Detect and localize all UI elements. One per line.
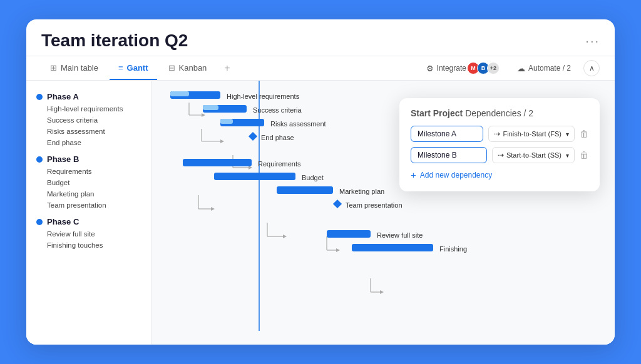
gantt-bar-ra-light	[220, 119, 233, 124]
task-marketing-plan: Marketing plan	[26, 188, 151, 200]
dep-row-2: Milestone B ⇢ Start-to-Start (SS) ▾ 🗑	[411, 147, 588, 163]
phase-b-header: Phase B	[26, 151, 151, 166]
gantt-container: Phase A High-level requirements Success …	[26, 81, 615, 345]
bar-finishing: Finishing	[151, 241, 615, 255]
gantt-label-budget: Budget	[302, 174, 324, 181]
task-finishing-touches: Finishing touches	[26, 240, 151, 251]
chart-area: High-level requirements Success criteria…	[151, 81, 615, 345]
gantt-label-finishing: Finishing	[439, 245, 467, 253]
gantt-label-marketing: Marketing plan	[339, 188, 384, 195]
gantt-bar-hl-light	[170, 91, 189, 96]
phase-c-header: Phase C	[26, 213, 151, 228]
task-requirements: Requirements	[26, 166, 151, 177]
task-budget: Budget	[26, 177, 151, 188]
dep-milestone-b[interactable]: Milestone B	[411, 147, 487, 163]
chevron-up-icon: ∧	[589, 64, 595, 73]
content-area: Phase A High-level requirements Success …	[26, 81, 615, 345]
gantt-icon: ≡	[118, 63, 123, 73]
gantt-bar-requirements[interactable]	[183, 159, 252, 166]
avatar-group: M B +2	[469, 62, 500, 74]
gantt-label-team: Team presentation	[346, 201, 403, 209]
task-success-criteria: Success criteria	[26, 114, 151, 126]
gantt-bar-marketing[interactable]	[277, 186, 333, 194]
dep-delete-a[interactable]: 🗑	[580, 129, 588, 139]
gantt-diamond-end-phase	[249, 132, 257, 141]
add-dependency-button[interactable]: + Add new dependency	[411, 168, 588, 181]
task-end-phase: End phase	[26, 137, 151, 148]
dep-link-icon-a: ⇢	[494, 129, 500, 138]
more-options-button[interactable]: ···	[585, 34, 600, 48]
bar-team-presentation: Team presentation	[151, 197, 615, 211]
gantt-diamond-team	[333, 200, 342, 208]
dep-type-b[interactable]: ⇢ Start-to-Start (SS) ▾	[492, 147, 575, 163]
kanban-icon: ⊟	[168, 63, 175, 73]
dep-milestone-a[interactable]: Milestone A	[411, 126, 483, 142]
task-team-presentation: Team presentation	[26, 200, 151, 211]
task-review-full-site: Review full site	[26, 228, 151, 240]
gantt-bar-budget[interactable]	[214, 173, 295, 180]
collapse-button[interactable]: ∧	[583, 60, 600, 76]
gantt-label-high-level: High-level requirements	[227, 93, 299, 100]
chevron-down-icon-a: ▾	[566, 131, 569, 138]
title-bar: Team iteration Q2 ···	[26, 19, 615, 56]
phase-b-dot	[36, 156, 43, 163]
bar-review: Review full site	[151, 227, 615, 241]
tabs-left: ⊞ Main table ≡ Gantt ⊟ Kanban +	[41, 56, 237, 80]
integrate-button[interactable]: ⚙ Integrate M B +2	[421, 59, 505, 77]
gantt-bar-review[interactable]	[327, 230, 371, 238]
dep-type-a[interactable]: ⇢ Finish-to-Start (FS) ▾	[488, 126, 575, 142]
phase-a-header: Phase A	[26, 88, 151, 103]
gantt-bar-finishing[interactable]	[352, 244, 433, 251]
gantt-label-end-phase: End phase	[261, 134, 294, 141]
tabs-bar: ⊞ Main table ≡ Gantt ⊟ Kanban + ⚙ Integr…	[26, 56, 615, 81]
phase-c-dot	[36, 219, 43, 225]
add-view-button[interactable]: +	[218, 56, 236, 80]
gantt-label-requirements: Requirements	[258, 160, 300, 168]
integrate-icon: ⚙	[426, 64, 434, 73]
automate-button[interactable]: ☁ Automate / 2	[512, 61, 576, 76]
gantt-label-success: Success criteria	[253, 106, 302, 114]
svg-marker-20	[380, 290, 384, 294]
dep-row-1: Milestone A ⇢ Finish-to-Start (FS) ▾ 🗑	[411, 126, 588, 142]
task-risks-assessment: Risks assessment	[26, 126, 151, 137]
plus-icon: +	[411, 169, 416, 180]
table-icon: ⊞	[50, 63, 57, 73]
main-window: Team iteration Q2 ··· ⊞ Main table ≡ Gan…	[26, 19, 615, 345]
task-high-level: High-level requirements	[26, 103, 151, 114]
dep-delete-b[interactable]: 🗑	[580, 150, 588, 160]
page-title: Team iteration Q2	[41, 31, 188, 51]
gantt-label-review: Review full site	[377, 231, 423, 239]
outer-card: Team iteration Q2 ··· ⊞ Main table ≡ Gan…	[20, 13, 621, 351]
tabs-right: ⚙ Integrate M B +2 ☁ Automate / 2 ∧	[421, 59, 600, 77]
chevron-down-icon-b: ▾	[566, 152, 569, 159]
task-list: Phase A High-level requirements Success …	[26, 81, 151, 345]
dep-link-icon-b: ⇢	[498, 151, 504, 159]
tab-kanban[interactable]: ⊟ Kanban	[160, 57, 216, 80]
avatar-count: +2	[487, 62, 500, 74]
tab-gantt[interactable]: ≡ Gantt	[110, 57, 157, 80]
dependency-popup: Start Project Dependencies / 2 Milestone…	[399, 98, 600, 191]
tab-main-table[interactable]: ⊞ Main table	[41, 57, 107, 80]
phase-a-dot	[36, 94, 43, 100]
gantt-bar-sc-light	[203, 105, 218, 110]
automate-icon: ☁	[517, 64, 525, 73]
popup-title: Start Project Dependencies / 2	[411, 108, 588, 118]
gantt-label-risks: Risks assessment	[270, 120, 326, 128]
